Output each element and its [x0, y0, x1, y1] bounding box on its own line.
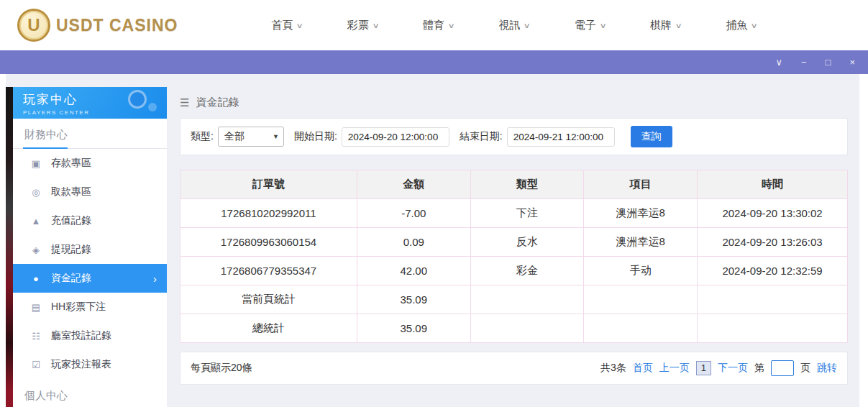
header-type: 類型 [470, 170, 584, 199]
total-count: 共3条 [600, 362, 626, 375]
sidebar-item-label: 玩家投注報表 [51, 358, 111, 371]
menu-icon: ☰ [180, 96, 189, 109]
chevron-down-icon: ∨ [751, 22, 758, 29]
cell-type: 反水 [470, 228, 584, 257]
nav-item-video[interactable]: 視訊 ∨ [498, 19, 529, 32]
sidebar-menu: ▣ 存款專區 ◎ 取款專區 ▲ 充值記錄 ◈ 提現記錄 ● 資金記錄 [13, 149, 167, 379]
cell-amount: 42.00 [357, 257, 470, 285]
nav-item-sports[interactable]: 體育 ∨ [423, 19, 454, 32]
cell-empty [470, 314, 584, 343]
table-row: 1726806779355347 42.00 彩金 手动 2024-09-20 … [181, 257, 848, 285]
sidebar-item-withdraw-record[interactable]: ◈ 提現記錄 [13, 235, 167, 264]
window-titlebar: ∨ − □ × [0, 50, 868, 74]
section-finance-center: 財務中心 [13, 119, 167, 149]
cell-item: 澳洲幸运8 [584, 228, 698, 257]
sidebar-item-withdraw[interactable]: ◎ 取款專區 [13, 178, 167, 206]
sidebar-item-label: 充值記錄 [51, 214, 91, 227]
sidebar-item-label: 存款專區 [51, 157, 91, 170]
page-title: 資金記錄 [196, 96, 239, 109]
deposit-icon: ▣ [30, 158, 42, 169]
cell-order-no: 1726809963060154 [181, 228, 357, 257]
sidebar-item-funds-record[interactable]: ● 資金記錄 › [13, 264, 167, 293]
end-date-input[interactable] [507, 127, 615, 147]
top-header: U USDT CASINO 首頁 ∨ 彩票 ∨ 體育 ∨ 視訊 ∨ 電子 [0, 0, 868, 50]
brand-logo[interactable]: U USDT CASINO [17, 9, 178, 42]
collapse-icon[interactable]: ∨ [775, 58, 782, 67]
nav-item-fishing[interactable]: 捕魚 ∨ [726, 19, 757, 32]
players-center-subtitle: PLAYERS CENTER [23, 109, 167, 116]
search-button[interactable]: 查詢 [631, 126, 672, 147]
cell-empty [470, 285, 584, 314]
sidebar-item-label: 提現記錄 [51, 243, 91, 256]
nav-label: 捕魚 [726, 19, 747, 32]
sidebar: 玩家中心 PLAYERS CENTER 財務中心 ▣ 存款專區 ◎ 取款專區 [13, 87, 167, 407]
app-window: U USDT CASINO 首頁 ∨ 彩票 ∨ 體育 ∨ 視訊 ∨ 電子 [0, 0, 868, 407]
cell-time: 2024-09-20 12:32:59 [698, 257, 848, 285]
funds-record-table: 訂單號 金額 類型 項目 時間 1726810202992011 -7.00 下… [180, 170, 848, 343]
nav-label: 首頁 [271, 19, 293, 32]
nav-label: 電子 [575, 19, 596, 32]
sidebar-item-label: HH彩票下注 [51, 301, 106, 314]
sidebar-item-hh-lottery-bets[interactable]: ▤ HH彩票下注 [13, 293, 167, 321]
chevron-down-icon: ∨ [599, 22, 606, 29]
nav-label: 視訊 [498, 19, 520, 32]
jump-link[interactable]: 跳转 [817, 362, 837, 375]
chip-decoration-icon [148, 103, 157, 111]
minimize-icon[interactable]: − [801, 58, 807, 67]
sidebar-item-label: 資金記錄 [51, 272, 91, 285]
sidebar-item-recharge-record[interactable]: ▲ 充值記錄 [13, 206, 167, 235]
cell-empty [584, 285, 698, 314]
table-row-page-total: 當前頁統計 35.09 [181, 285, 848, 314]
nav-label: 棋牌 [650, 19, 672, 32]
jump-page-input[interactable] [771, 360, 794, 376]
header-time: 時間 [698, 170, 848, 199]
nav-item-home[interactable]: 首頁 ∨ [271, 19, 302, 32]
main-nav: 首頁 ∨ 彩票 ∨ 體育 ∨ 視訊 ∨ 電子 ∨ 棋牌 ∨ [271, 19, 757, 32]
maximize-icon[interactable]: □ [826, 58, 831, 67]
close-icon[interactable]: × [849, 58, 855, 67]
window-controls: ∨ − □ × [775, 58, 855, 67]
nav-label: 體育 [423, 19, 444, 32]
lottery-bets-icon: ▤ [30, 302, 42, 313]
cell-order-no: 1726810202992011 [181, 199, 357, 228]
cell-amount: -7.00 [357, 199, 470, 228]
chevron-down-icon: ∨ [296, 22, 303, 29]
type-select[interactable]: 全部 ▼ [218, 127, 284, 147]
select-arrow-icon: ▼ [273, 133, 279, 140]
bet-report-icon: ☑ [30, 360, 42, 370]
chip-decoration-icon [128, 90, 147, 109]
main-content: ☰ 資金記錄 類型: 全部 ▼ 開始日期: 結束日期: 查詢 訂單號 [167, 74, 859, 407]
pagination-bar: 每頁顯示20條 共3条 首页 上一页 1 下一页 第 页 跳转 [180, 352, 848, 385]
chevron-right-icon: › [153, 273, 157, 285]
table-row: 1726809963060154 0.09 反水 澳洲幸运8 2024-09-2… [181, 228, 848, 257]
usdt-logo-icon: U [17, 9, 50, 42]
sidebar-item-player-bet-report[interactable]: ☑ 玩家投注報表 [13, 350, 167, 379]
chevron-down-icon: ∨ [524, 22, 531, 29]
cell-amount: 35.09 [357, 314, 470, 343]
type-label: 類型: [191, 130, 214, 143]
prev-page-link[interactable]: 上一页 [659, 362, 690, 375]
sidebar-background-photo [6, 87, 13, 407]
sidebar-item-label: 取款專區 [51, 186, 91, 198]
cell-type: 彩金 [470, 257, 584, 285]
funds-record-icon: ● [30, 273, 42, 284]
cell-empty [698, 314, 848, 343]
nav-item-electronic[interactable]: 電子 ∨ [575, 19, 606, 32]
nav-item-lottery[interactable]: 彩票 ∨ [347, 19, 378, 32]
start-date-input[interactable] [342, 127, 449, 147]
nav-item-chess[interactable]: 棋牌 ∨ [650, 19, 681, 32]
players-center-banner: 玩家中心 PLAYERS CENTER [13, 87, 167, 119]
header-amount: 金額 [357, 170, 470, 199]
logo-letter: U [27, 15, 40, 35]
cell-item: 手动 [584, 257, 698, 285]
cell-order-no: 1726806779355347 [181, 257, 357, 285]
table-row-grand-total: 總統計 35.09 [181, 314, 848, 343]
page-prefix-label: 第 [754, 362, 764, 375]
current-page[interactable]: 1 [696, 361, 711, 375]
first-page-link[interactable]: 首页 [633, 362, 653, 375]
sidebar-item-room-bet-record[interactable]: ☷ 廳室投註記錄 [13, 321, 167, 350]
next-page-link[interactable]: 下一页 [718, 362, 748, 375]
breadcrumb: ☰ 資金記錄 [180, 96, 848, 109]
sidebar-item-deposit[interactable]: ▣ 存款專區 [13, 149, 167, 178]
cell-time: 2024-09-20 13:30:02 [698, 199, 848, 228]
